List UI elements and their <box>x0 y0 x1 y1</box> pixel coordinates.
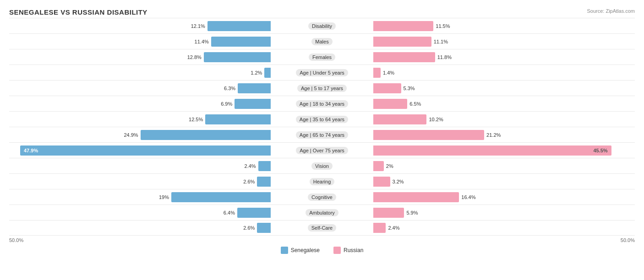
chart-row: 12.1% Disability 11.5% <box>9 18 635 33</box>
bar-left: 47.9% <box>20 145 271 156</box>
bar-left-container: 19% <box>9 192 272 202</box>
chart-row: 1.2% Age | Under 5 years 1.4% <box>9 65 635 80</box>
bar-left-value: 6.9% <box>221 101 232 107</box>
bar-right <box>373 177 390 187</box>
bar-left <box>141 130 271 140</box>
bar-right-container: 11.5% <box>372 21 635 31</box>
bar-right-value: 10.2% <box>429 117 443 122</box>
center-label-wrapper: Ambulatory <box>272 209 372 216</box>
bar-left-label: 47.9% <box>24 148 38 153</box>
center-label-wrapper: Age | 65 to 74 years <box>272 131 372 139</box>
bar-right-value: 5.9% <box>406 210 418 215</box>
bar-right-value: 6.5% <box>409 101 421 107</box>
bar-left <box>204 52 271 62</box>
axis-labels: 50.0% 50.0% <box>9 237 635 243</box>
center-label-wrapper: Age | 5 to 17 years <box>272 85 372 92</box>
bar-left-container: 2.6% <box>9 223 272 233</box>
bar-left-value: 12.5% <box>189 117 203 122</box>
chart-row: 6.3% Age | 5 to 17 years 5.3% <box>9 80 635 96</box>
center-label: Age | Over 75 years <box>296 147 348 154</box>
center-label-wrapper: Age | 18 to 34 years <box>272 100 372 108</box>
center-label: Age | 65 to 74 years <box>296 131 348 139</box>
bar-right-value: 2% <box>386 163 393 169</box>
bar-right-container: 16.4% <box>372 192 635 202</box>
bar-right-value: 1.4% <box>383 70 394 75</box>
center-label: Disability <box>308 22 336 30</box>
bar-left-value: 19% <box>159 194 169 200</box>
chart-row: 6.9% Age | 18 to 34 years 6.5% <box>9 96 635 111</box>
bar-left <box>235 99 271 109</box>
bar-left-value: 2.6% <box>243 225 255 231</box>
center-label: Hearing <box>310 178 335 185</box>
chart-row: 2.6% Self-Care 2.4% <box>9 220 635 236</box>
chart-row: 2.6% Hearing 3.2% <box>9 173 635 189</box>
center-label-wrapper: Vision <box>272 162 372 170</box>
bar-right-container: 11.1% <box>372 37 635 47</box>
bar-left-container: 6.9% <box>9 99 272 109</box>
center-label-wrapper: Age | 35 to 64 years <box>272 116 372 123</box>
bar-left-value: 6.4% <box>224 210 235 215</box>
center-label-wrapper: Males <box>272 38 372 45</box>
bar-right-value: 11.1% <box>434 39 448 44</box>
legend-russian-label: Russian <box>344 247 363 253</box>
bar-left-value: 2.6% <box>243 179 255 184</box>
bar-left <box>205 114 271 124</box>
chart-area: 12.1% Disability 11.5% 11.4% Males <box>9 18 635 236</box>
bar-right-value: 11.5% <box>436 23 450 29</box>
bar-right-container: 5.9% <box>372 208 635 218</box>
bar-right <box>373 208 404 218</box>
bar-left-value: 11.4% <box>195 39 209 44</box>
bar-left-container: 12.8% <box>9 52 272 62</box>
center-label: Age | 5 to 17 years <box>297 85 347 92</box>
center-label: Vision <box>311 162 333 170</box>
axis-right: 50.0% <box>621 237 635 243</box>
bar-left <box>207 21 271 31</box>
bar-right-label: 45.5% <box>593 148 607 153</box>
bar-left <box>237 208 271 218</box>
legend-senegalese: Senegalese <box>281 247 320 254</box>
bar-right-value: 16.4% <box>461 194 475 200</box>
bar-left-container: 2.4% <box>9 161 272 171</box>
chart-container: SENEGALESE VS RUSSIAN DISABILITY Source:… <box>0 0 644 263</box>
center-label-wrapper: Hearing <box>272 178 372 185</box>
bar-left-container: 12.5% <box>9 114 272 124</box>
bar-right: 45.5% <box>373 145 611 156</box>
chart-row: 11.4% Males 11.1% <box>9 33 635 49</box>
bar-right-value: 3.2% <box>393 179 404 184</box>
chart-row: 12.8% Females 11.8% <box>9 49 635 65</box>
bar-left-value: 1.2% <box>251 70 262 75</box>
center-label-wrapper: Age | Over 75 years <box>272 147 372 154</box>
center-label: Age | 18 to 34 years <box>296 100 348 108</box>
bar-left <box>211 37 271 47</box>
bar-right <box>373 114 426 124</box>
bar-right <box>373 223 386 233</box>
bar-left-container: 24.9% <box>9 130 272 140</box>
chart-row: 2.4% Vision 2% <box>9 158 635 173</box>
legend-russian: Russian <box>333 247 363 254</box>
chart-row: 24.9% Age | 65 to 74 years 21.2% <box>9 127 635 142</box>
source-label: Source: ZipAtlas.com <box>587 8 635 14</box>
bar-right-container: 45.5% <box>372 145 635 156</box>
bar-right-value: 11.8% <box>437 54 452 60</box>
bar-right <box>373 161 384 171</box>
center-label: Males <box>311 38 332 45</box>
bar-right-value: 5.3% <box>404 86 415 91</box>
bar-left <box>258 161 271 171</box>
bar-left-value: 6.3% <box>224 86 235 91</box>
center-label-wrapper: Self-Care <box>272 224 372 232</box>
bar-right-container: 3.2% <box>372 177 635 187</box>
bar-left <box>238 83 271 93</box>
center-label-wrapper: Disability <box>272 22 372 30</box>
bar-right <box>373 99 407 109</box>
bar-left <box>257 223 271 233</box>
bar-right-container: 10.2% <box>372 114 635 124</box>
bar-left-container: 47.9% <box>9 145 272 156</box>
bar-right-container: 21.2% <box>372 130 635 140</box>
center-label: Self-Care <box>308 224 336 232</box>
center-label: Cognitive <box>308 194 336 201</box>
bar-left-container: 2.6% <box>9 177 272 187</box>
chart-row: 6.4% Ambulatory 5.9% <box>9 205 635 220</box>
bar-right-container: 5.3% <box>372 83 635 93</box>
bar-right <box>373 130 484 140</box>
bar-right <box>373 21 433 31</box>
